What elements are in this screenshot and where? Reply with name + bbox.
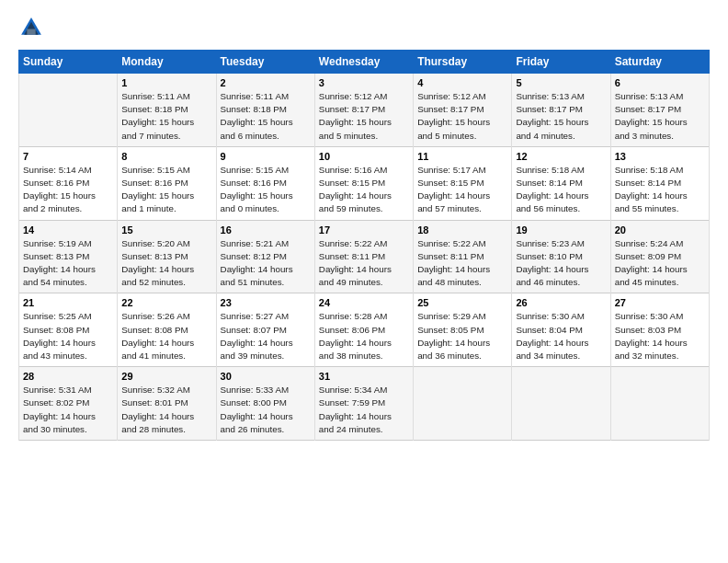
day-header-thursday: Thursday: [414, 51, 512, 74]
week-row-5: 28Sunrise: 5:31 AM Sunset: 8:02 PM Dayli…: [19, 367, 710, 441]
day-number: 3: [319, 77, 409, 88]
day-number: 6: [615, 77, 705, 88]
calendar-cell: 31Sunrise: 5:34 AM Sunset: 7:59 PM Dayli…: [314, 367, 413, 441]
calendar-cell: 5Sunrise: 5:13 AM Sunset: 8:17 PM Daylig…: [512, 74, 610, 147]
day-number: 2: [221, 77, 311, 88]
calendar-cell: 12Sunrise: 5:18 AM Sunset: 8:14 PM Dayli…: [512, 146, 610, 220]
day-info: Sunrise: 5:14 AM Sunset: 8:16 PM Dayligh…: [23, 164, 113, 216]
day-header-sunday: Sunday: [19, 51, 118, 74]
calendar-cell: 21Sunrise: 5:25 AM Sunset: 8:08 PM Dayli…: [19, 293, 118, 367]
calendar-cell: 15Sunrise: 5:20 AM Sunset: 8:13 PM Dayli…: [118, 220, 216, 293]
day-info: Sunrise: 5:18 AM Sunset: 8:14 PM Dayligh…: [615, 164, 705, 216]
day-info: Sunrise: 5:20 AM Sunset: 8:13 PM Dayligh…: [121, 237, 211, 290]
day-number: 23: [221, 297, 311, 308]
day-info: Sunrise: 5:11 AM Sunset: 8:18 PM Dayligh…: [221, 90, 311, 143]
day-number: 5: [516, 77, 606, 88]
day-number: 13: [615, 151, 705, 162]
day-number: 11: [417, 151, 507, 162]
day-number: 27: [615, 297, 705, 308]
day-info: Sunrise: 5:30 AM Sunset: 8:04 PM Dayligh…: [516, 310, 606, 362]
day-header-friday: Friday: [512, 51, 610, 74]
calendar-cell: 13Sunrise: 5:18 AM Sunset: 8:14 PM Dayli…: [610, 146, 709, 220]
day-number: 30: [221, 371, 311, 382]
day-info: Sunrise: 5:19 AM Sunset: 8:13 PM Dayligh…: [23, 237, 113, 290]
day-info: Sunrise: 5:17 AM Sunset: 8:15 PM Dayligh…: [417, 164, 507, 216]
day-info: Sunrise: 5:24 AM Sunset: 8:09 PM Dayligh…: [615, 237, 705, 290]
calendar-cell: 1Sunrise: 5:11 AM Sunset: 8:18 PM Daylig…: [118, 74, 216, 147]
calendar-cell: 24Sunrise: 5:28 AM Sunset: 8:06 PM Dayli…: [314, 293, 413, 367]
calendar-cell: 18Sunrise: 5:22 AM Sunset: 8:11 PM Dayli…: [414, 220, 512, 293]
day-number: 25: [417, 297, 507, 308]
day-info: Sunrise: 5:26 AM Sunset: 8:08 PM Dayligh…: [121, 310, 211, 362]
day-number: 16: [221, 224, 311, 236]
week-row-1: 1Sunrise: 5:11 AM Sunset: 8:18 PM Daylig…: [19, 74, 710, 147]
calendar-cell: 22Sunrise: 5:26 AM Sunset: 8:08 PM Dayli…: [118, 293, 216, 367]
calendar-cell: 2Sunrise: 5:11 AM Sunset: 8:18 PM Daylig…: [216, 74, 314, 147]
day-number: 26: [516, 297, 606, 308]
day-number: 24: [319, 297, 409, 308]
day-info: Sunrise: 5:11 AM Sunset: 8:18 PM Dayligh…: [121, 90, 211, 143]
day-number: 10: [319, 151, 409, 162]
svg-rect-2: [27, 29, 35, 35]
day-number: 18: [417, 224, 507, 236]
day-number: 29: [121, 371, 211, 382]
day-info: Sunrise: 5:13 AM Sunset: 8:17 PM Dayligh…: [516, 90, 606, 143]
day-number: 19: [516, 224, 606, 236]
day-header-saturday: Saturday: [610, 51, 709, 74]
day-info: Sunrise: 5:29 AM Sunset: 8:05 PM Dayligh…: [417, 310, 507, 362]
logo-icon: [18, 15, 44, 40]
day-info: Sunrise: 5:16 AM Sunset: 8:15 PM Dayligh…: [319, 164, 409, 216]
header: [18, 15, 710, 40]
day-number: 20: [615, 224, 705, 236]
calendar-cell: 23Sunrise: 5:27 AM Sunset: 8:07 PM Dayli…: [216, 293, 314, 367]
week-row-4: 21Sunrise: 5:25 AM Sunset: 8:08 PM Dayli…: [19, 293, 710, 367]
day-number: 28: [23, 371, 113, 382]
day-info: Sunrise: 5:33 AM Sunset: 8:00 PM Dayligh…: [221, 384, 311, 436]
day-info: Sunrise: 5:34 AM Sunset: 7:59 PM Dayligh…: [319, 384, 409, 436]
day-info: Sunrise: 5:12 AM Sunset: 8:17 PM Dayligh…: [417, 90, 507, 143]
calendar-cell: [19, 74, 118, 147]
calendar-cell: 3Sunrise: 5:12 AM Sunset: 8:17 PM Daylig…: [314, 74, 413, 147]
day-number: 31: [319, 371, 409, 382]
logo: [18, 15, 48, 40]
day-info: Sunrise: 5:25 AM Sunset: 8:08 PM Dayligh…: [23, 310, 113, 362]
calendar-cell: 27Sunrise: 5:30 AM Sunset: 8:03 PM Dayli…: [610, 293, 709, 367]
day-info: Sunrise: 5:28 AM Sunset: 8:06 PM Dayligh…: [319, 310, 409, 362]
calendar-cell: [414, 367, 512, 441]
calendar-header-row: SundayMondayTuesdayWednesdayThursdayFrid…: [19, 51, 710, 74]
calendar-cell: 10Sunrise: 5:16 AM Sunset: 8:15 PM Dayli…: [314, 146, 413, 220]
day-info: Sunrise: 5:30 AM Sunset: 8:03 PM Dayligh…: [615, 310, 705, 362]
calendar-cell: 20Sunrise: 5:24 AM Sunset: 8:09 PM Dayli…: [610, 220, 709, 293]
calendar-cell: 7Sunrise: 5:14 AM Sunset: 8:16 PM Daylig…: [19, 146, 118, 220]
day-info: Sunrise: 5:13 AM Sunset: 8:17 PM Dayligh…: [615, 90, 705, 143]
day-info: Sunrise: 5:31 AM Sunset: 8:02 PM Dayligh…: [23, 384, 113, 436]
day-header-monday: Monday: [118, 51, 216, 74]
calendar-cell: 11Sunrise: 5:17 AM Sunset: 8:15 PM Dayli…: [414, 146, 512, 220]
day-number: 1: [121, 77, 211, 88]
calendar-cell: 6Sunrise: 5:13 AM Sunset: 8:17 PM Daylig…: [610, 74, 709, 147]
day-number: 17: [319, 224, 409, 236]
day-number: 14: [23, 224, 113, 236]
day-info: Sunrise: 5:27 AM Sunset: 8:07 PM Dayligh…: [221, 310, 311, 362]
day-info: Sunrise: 5:15 AM Sunset: 8:16 PM Dayligh…: [221, 164, 311, 216]
day-number: 7: [23, 151, 113, 162]
day-info: Sunrise: 5:32 AM Sunset: 8:01 PM Dayligh…: [121, 384, 211, 436]
day-number: 9: [221, 151, 311, 162]
calendar-cell: 28Sunrise: 5:31 AM Sunset: 8:02 PM Dayli…: [19, 367, 118, 441]
week-row-2: 7Sunrise: 5:14 AM Sunset: 8:16 PM Daylig…: [19, 146, 710, 220]
calendar-cell: 16Sunrise: 5:21 AM Sunset: 8:12 PM Dayli…: [216, 220, 314, 293]
day-number: 12: [516, 151, 606, 162]
day-info: Sunrise: 5:15 AM Sunset: 8:16 PM Dayligh…: [121, 164, 211, 216]
day-info: Sunrise: 5:21 AM Sunset: 8:12 PM Dayligh…: [221, 237, 311, 290]
week-row-3: 14Sunrise: 5:19 AM Sunset: 8:13 PM Dayli…: [19, 220, 710, 293]
day-info: Sunrise: 5:12 AM Sunset: 8:17 PM Dayligh…: [319, 90, 409, 143]
calendar-cell: 8Sunrise: 5:15 AM Sunset: 8:16 PM Daylig…: [118, 146, 216, 220]
calendar-cell: 30Sunrise: 5:33 AM Sunset: 8:00 PM Dayli…: [216, 367, 314, 441]
calendar-cell: 14Sunrise: 5:19 AM Sunset: 8:13 PM Dayli…: [19, 220, 118, 293]
calendar-cell: 25Sunrise: 5:29 AM Sunset: 8:05 PM Dayli…: [414, 293, 512, 367]
day-header-tuesday: Tuesday: [216, 51, 314, 74]
day-number: 15: [121, 224, 211, 236]
calendar-cell: 4Sunrise: 5:12 AM Sunset: 8:17 PM Daylig…: [414, 74, 512, 147]
calendar-cell: 19Sunrise: 5:23 AM Sunset: 8:10 PM Dayli…: [512, 220, 610, 293]
day-number: 21: [23, 297, 113, 308]
